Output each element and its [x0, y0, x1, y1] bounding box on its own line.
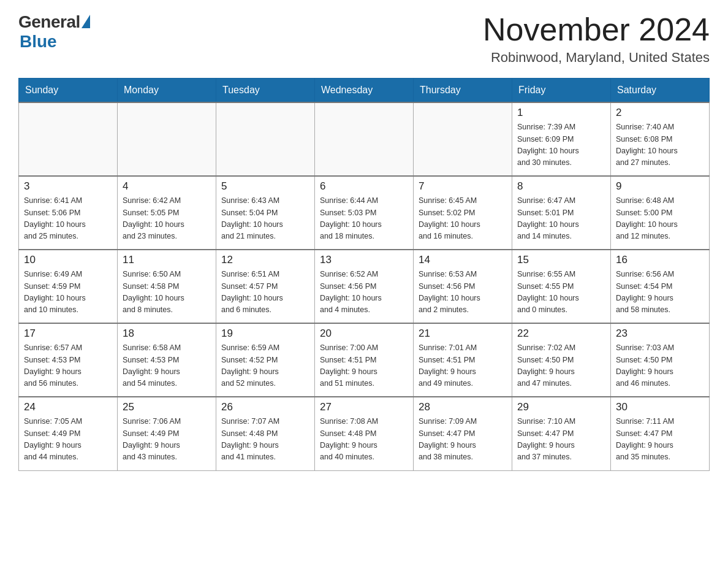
day-number: 9 — [616, 180, 704, 193]
day-info: Sunrise: 7:00 AM Sunset: 4:51 PM Dayligh… — [320, 342, 408, 390]
calendar-cell: 23Sunrise: 7:03 AM Sunset: 4:50 PM Dayli… — [611, 323, 710, 397]
day-info: Sunrise: 7:40 AM Sunset: 6:08 PM Dayligh… — [616, 121, 704, 169]
day-info: Sunrise: 6:43 AM Sunset: 5:04 PM Dayligh… — [221, 195, 309, 243]
calendar-week-1: 1Sunrise: 7:39 AM Sunset: 6:09 PM Daylig… — [19, 102, 710, 176]
day-number: 20 — [320, 327, 408, 340]
month-title: November 2024 — [483, 12, 710, 47]
calendar-cell: 19Sunrise: 6:59 AM Sunset: 4:52 PM Dayli… — [216, 323, 315, 397]
location-title: Robinwood, Maryland, United States — [483, 50, 710, 66]
day-number: 30 — [616, 401, 704, 413]
calendar-cell — [19, 102, 118, 176]
day-info: Sunrise: 6:50 AM Sunset: 4:58 PM Dayligh… — [123, 269, 211, 316]
calendar-cell: 17Sunrise: 6:57 AM Sunset: 4:53 PM Dayli… — [19, 323, 118, 397]
day-number: 6 — [320, 180, 408, 193]
day-info: Sunrise: 6:42 AM Sunset: 5:05 PM Dayligh… — [123, 195, 211, 243]
logo-triangle-icon — [82, 15, 90, 28]
day-info: Sunrise: 7:10 AM Sunset: 4:47 PM Dayligh… — [517, 416, 605, 464]
col-wednesday: Wednesday — [315, 79, 414, 103]
header: General Blue November 2024 Robinwood, Ma… — [18, 12, 710, 66]
calendar-cell: 18Sunrise: 6:58 AM Sunset: 4:53 PM Dayli… — [118, 323, 216, 397]
day-info: Sunrise: 6:56 AM Sunset: 4:54 PM Dayligh… — [616, 269, 704, 316]
day-info: Sunrise: 7:03 AM Sunset: 4:50 PM Dayligh… — [616, 342, 704, 390]
calendar-cell: 30Sunrise: 7:11 AM Sunset: 4:47 PM Dayli… — [611, 397, 710, 470]
col-monday: Monday — [118, 79, 216, 103]
day-info: Sunrise: 6:44 AM Sunset: 5:03 PM Dayligh… — [320, 195, 408, 243]
calendar-cell: 20Sunrise: 7:00 AM Sunset: 4:51 PM Dayli… — [315, 323, 414, 397]
calendar-cell: 13Sunrise: 6:52 AM Sunset: 4:56 PM Dayli… — [315, 250, 414, 323]
calendar-cell — [118, 102, 216, 176]
day-info: Sunrise: 7:11 AM Sunset: 4:47 PM Dayligh… — [616, 416, 704, 464]
calendar-cell: 15Sunrise: 6:55 AM Sunset: 4:55 PM Dayli… — [512, 250, 611, 323]
calendar-cell — [414, 102, 512, 176]
day-number: 15 — [517, 254, 605, 266]
day-info: Sunrise: 6:49 AM Sunset: 4:59 PM Dayligh… — [24, 269, 112, 316]
logo-blue-text: Blue — [20, 32, 57, 52]
calendar-cell — [216, 102, 315, 176]
day-number: 8 — [517, 180, 605, 193]
calendar-cell: 21Sunrise: 7:01 AM Sunset: 4:51 PM Dayli… — [414, 323, 512, 397]
calendar-cell: 3Sunrise: 6:41 AM Sunset: 5:06 PM Daylig… — [19, 176, 118, 250]
day-number: 10 — [24, 254, 112, 266]
calendar-cell: 7Sunrise: 6:45 AM Sunset: 5:02 PM Daylig… — [414, 176, 512, 250]
col-saturday: Saturday — [611, 79, 710, 103]
day-number: 21 — [419, 327, 507, 340]
day-number: 29 — [517, 401, 605, 413]
calendar-table: Sunday Monday Tuesday Wednesday Thursday… — [18, 78, 710, 471]
day-info: Sunrise: 7:02 AM Sunset: 4:50 PM Dayligh… — [517, 342, 605, 390]
calendar-cell: 25Sunrise: 7:06 AM Sunset: 4:49 PM Dayli… — [118, 397, 216, 470]
calendar-cell: 28Sunrise: 7:09 AM Sunset: 4:47 PM Dayli… — [414, 397, 512, 470]
title-area: November 2024 Robinwood, Maryland, Unite… — [483, 12, 710, 66]
calendar-cell: 29Sunrise: 7:10 AM Sunset: 4:47 PM Dayli… — [512, 397, 611, 470]
day-info: Sunrise: 7:05 AM Sunset: 4:49 PM Dayligh… — [24, 416, 112, 464]
day-number: 5 — [221, 180, 309, 193]
day-number: 22 — [517, 327, 605, 340]
day-number: 1 — [517, 107, 605, 119]
calendar-cell: 4Sunrise: 6:42 AM Sunset: 5:05 PM Daylig… — [118, 176, 216, 250]
day-number: 11 — [123, 254, 211, 266]
calendar-cell: 14Sunrise: 6:53 AM Sunset: 4:56 PM Dayli… — [414, 250, 512, 323]
header-row: Sunday Monday Tuesday Wednesday Thursday… — [19, 79, 710, 103]
day-info: Sunrise: 6:58 AM Sunset: 4:53 PM Dayligh… — [123, 342, 211, 390]
calendar-cell: 16Sunrise: 6:56 AM Sunset: 4:54 PM Dayli… — [611, 250, 710, 323]
calendar-week-4: 17Sunrise: 6:57 AM Sunset: 4:53 PM Dayli… — [19, 323, 710, 397]
day-info: Sunrise: 6:52 AM Sunset: 4:56 PM Dayligh… — [320, 269, 408, 316]
day-number: 28 — [419, 401, 507, 413]
day-info: Sunrise: 7:39 AM Sunset: 6:09 PM Dayligh… — [517, 121, 605, 169]
day-info: Sunrise: 7:07 AM Sunset: 4:48 PM Dayligh… — [221, 416, 309, 464]
calendar-cell: 10Sunrise: 6:49 AM Sunset: 4:59 PM Dayli… — [19, 250, 118, 323]
day-info: Sunrise: 7:08 AM Sunset: 4:48 PM Dayligh… — [320, 416, 408, 464]
col-tuesday: Tuesday — [216, 79, 315, 103]
day-number: 19 — [221, 327, 309, 340]
calendar-week-5: 24Sunrise: 7:05 AM Sunset: 4:49 PM Dayli… — [19, 397, 710, 470]
day-number: 4 — [123, 180, 211, 193]
calendar-cell: 8Sunrise: 6:47 AM Sunset: 5:01 PM Daylig… — [512, 176, 611, 250]
day-info: Sunrise: 6:57 AM Sunset: 4:53 PM Dayligh… — [24, 342, 112, 390]
day-info: Sunrise: 6:48 AM Sunset: 5:00 PM Dayligh… — [616, 195, 704, 243]
day-info: Sunrise: 6:41 AM Sunset: 5:06 PM Dayligh… — [24, 195, 112, 243]
day-info: Sunrise: 6:47 AM Sunset: 5:01 PM Dayligh… — [517, 195, 605, 243]
day-info: Sunrise: 6:53 AM Sunset: 4:56 PM Dayligh… — [419, 269, 507, 316]
day-info: Sunrise: 6:55 AM Sunset: 4:55 PM Dayligh… — [517, 269, 605, 316]
calendar-cell: 22Sunrise: 7:02 AM Sunset: 4:50 PM Dayli… — [512, 323, 611, 397]
day-number: 27 — [320, 401, 408, 413]
calendar-cell: 5Sunrise: 6:43 AM Sunset: 5:04 PM Daylig… — [216, 176, 315, 250]
calendar-cell: 2Sunrise: 7:40 AM Sunset: 6:08 PM Daylig… — [611, 102, 710, 176]
day-number: 13 — [320, 254, 408, 266]
calendar-week-3: 10Sunrise: 6:49 AM Sunset: 4:59 PM Dayli… — [19, 250, 710, 323]
day-number: 12 — [221, 254, 309, 266]
day-number: 23 — [616, 327, 704, 340]
day-number: 18 — [123, 327, 211, 340]
calendar-cell: 1Sunrise: 7:39 AM Sunset: 6:09 PM Daylig… — [512, 102, 611, 176]
day-number: 14 — [419, 254, 507, 266]
calendar-cell — [315, 102, 414, 176]
logo: General Blue — [18, 12, 90, 52]
calendar-week-2: 3Sunrise: 6:41 AM Sunset: 5:06 PM Daylig… — [19, 176, 710, 250]
day-number: 2 — [616, 107, 704, 119]
calendar-cell: 9Sunrise: 6:48 AM Sunset: 5:00 PM Daylig… — [611, 176, 710, 250]
day-info: Sunrise: 6:51 AM Sunset: 4:57 PM Dayligh… — [221, 269, 309, 316]
col-friday: Friday — [512, 79, 611, 103]
calendar-cell: 24Sunrise: 7:05 AM Sunset: 4:49 PM Dayli… — [19, 397, 118, 470]
day-info: Sunrise: 7:06 AM Sunset: 4:49 PM Dayligh… — [123, 416, 211, 464]
day-number: 3 — [24, 180, 112, 193]
day-number: 24 — [24, 401, 112, 413]
